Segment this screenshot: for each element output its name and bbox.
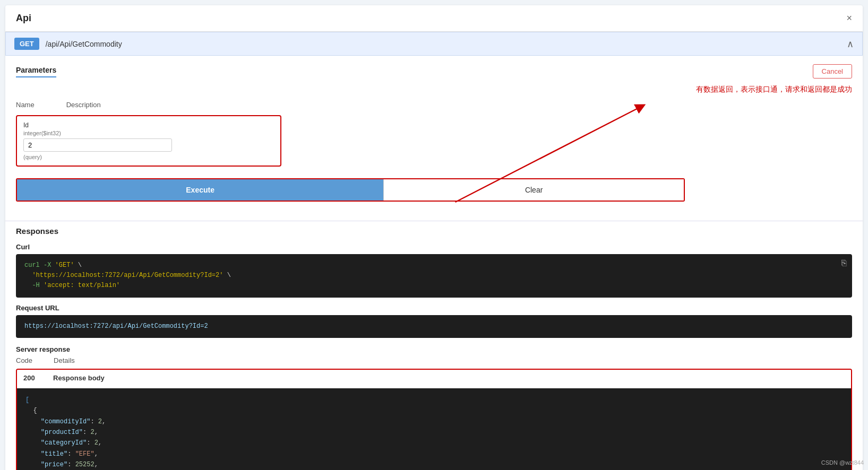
app-title: Api: [16, 13, 31, 24]
params-header: Parameters Cancel: [16, 64, 852, 79]
parameters-section: Parameters Cancel 有数据返回，表示接口通，请求和返回都是成功 …: [5, 56, 863, 221]
endpoint-bar: GET /api/Api/GetCommodity ∧: [5, 32, 863, 56]
id-type: integer($int32): [23, 130, 274, 136]
response-body-content: [ { "commodityId": 2, "productId": 2, "c…: [17, 388, 851, 470]
annotation-text: 有数据返回，表示接口通，请求和返回都是成功: [696, 85, 852, 94]
column-headers: Name Description: [16, 101, 852, 111]
id-field-container: Id integer($int32) (query): [16, 115, 281, 167]
code-details-row: Code Details: [16, 356, 852, 364]
execute-area: Execute Clear: [16, 178, 852, 202]
method-badge: GET: [14, 38, 39, 50]
curl-label: Curl: [16, 243, 852, 251]
server-response-header: Server response: [16, 345, 852, 353]
url-label: Request URL: [16, 304, 852, 312]
execute-clear-row: Execute Clear: [16, 178, 685, 202]
endpoint-path: /api/Api/GetCommodity: [46, 40, 847, 48]
id-label: Id: [23, 121, 274, 129]
request-url-block: https://localhost:7272/api/Api/GetCommod…: [16, 315, 852, 338]
clear-button[interactable]: Clear: [383, 179, 684, 201]
details-col-header: Details: [54, 356, 75, 364]
cancel-button[interactable]: Cancel: [813, 64, 852, 79]
response-code-200: 200: [23, 374, 45, 382]
response-body-label: Response body: [53, 374, 105, 382]
curl-line2: 'https://localhost:7272/api/Api/GetCommo…: [24, 272, 231, 279]
curl-copy-button[interactable]: ⎘: [841, 258, 847, 268]
collapse-icon[interactable]: ∧: [847, 38, 854, 50]
app-header: Api ×: [5, 5, 863, 32]
col-desc: Description: [66, 101, 101, 109]
watermark: CSDN @wzt844: [821, 459, 864, 466]
code-col-header: Code: [16, 356, 32, 364]
id-input[interactable]: [23, 138, 172, 152]
params-title: Parameters: [16, 66, 56, 77]
curl-code-block: curl -X 'GET' \ 'https://localhost:7272/…: [16, 254, 852, 298]
curl-line1: curl -X 'GET' \: [24, 262, 82, 269]
response-200-header: 200 Response body: [17, 370, 851, 388]
query-label: (query): [23, 154, 274, 160]
curl-line3: -H 'accept: text/plain': [24, 282, 120, 289]
execute-button[interactable]: Execute: [17, 179, 383, 201]
response-200-container: 200 Response body [ { "commodityId": 2, …: [16, 369, 852, 470]
col-name: Name: [16, 101, 35, 109]
responses-title: Responses: [16, 227, 852, 236]
close-button[interactable]: ×: [846, 13, 852, 24]
responses-section: Responses Curl curl -X 'GET' \ 'https://…: [5, 221, 863, 470]
request-url-value: https://localhost:7272/api/Api/GetCommod…: [24, 323, 208, 330]
